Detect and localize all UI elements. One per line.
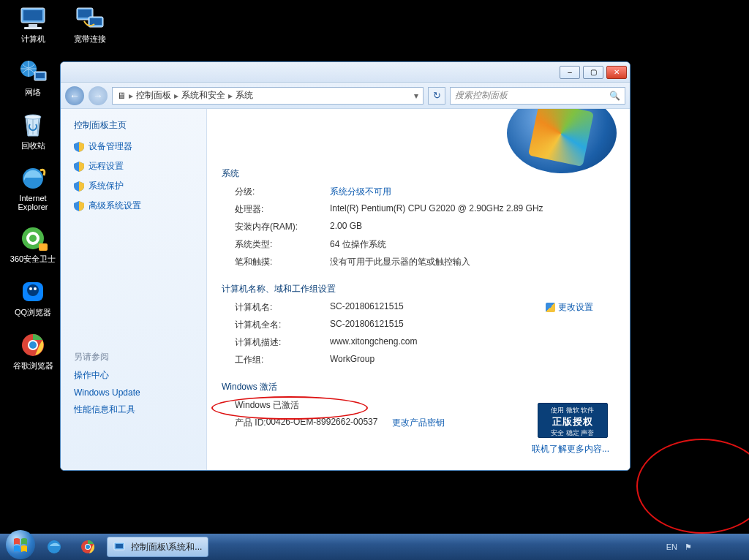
badge-line2: 正版授权 <box>538 415 607 428</box>
svg-point-11 <box>29 235 37 242</box>
sidebar-system-protection[interactable]: 系统保护 <box>74 180 193 192</box>
titlebar: – ▢ ✕ <box>61 62 630 83</box>
cname-key: 计算机名: <box>235 301 330 314</box>
desktop-icon-network[interactable]: 网络 <box>7 58 59 98</box>
cdesc-key: 计算机描述: <box>235 336 330 349</box>
content: 系统 分级:系统分级不可用 处理器:Intel(R) Pentium(R) CP… <box>207 109 630 470</box>
rating-key: 分级: <box>235 186 330 198</box>
svg-point-27 <box>86 545 90 549</box>
search-icon: 🔍 <box>609 91 620 101</box>
badge-line3: 安全 稳定 声誉 <box>538 428 607 438</box>
close-button[interactable]: ✕ <box>606 66 627 79</box>
desktop-icon-360[interactable]: 360安全卫士 <box>7 224 59 265</box>
sidebar-device-manager[interactable]: 设备管理器 <box>74 140 193 153</box>
back-button[interactable]: ← <box>65 86 84 105</box>
minimize-button[interactable]: – <box>560 66 580 79</box>
search-placeholder: 搜索控制面板 <box>455 89 508 102</box>
shield-icon <box>74 201 84 211</box>
badge-line1: 使用 微软 软件 <box>538 406 607 415</box>
breadcrumb-1[interactable]: 控制面板 <box>136 89 171 102</box>
sidebar-advanced-settings[interactable]: 高级系统设置 <box>74 200 193 212</box>
systype-value: 64 位操作系统 <box>330 238 615 251</box>
pid-key: 产品 ID: <box>235 417 266 429</box>
network-icon <box>16 58 50 86</box>
sidebar: 控制面板主页 设备管理器 远程设置 系统保护 高级系统设置 另请参阅 操作中心 … <box>61 109 207 470</box>
cpu-key: 处理器: <box>235 203 330 216</box>
sidebar-action-center[interactable]: 操作中心 <box>74 369 193 382</box>
svg-point-19 <box>29 341 37 349</box>
svg-rect-29 <box>116 544 123 548</box>
desktop-icon-dialup[interactable]: 宽带连接 <box>64 4 116 45</box>
search-input[interactable]: 搜索控制面板 🔍 <box>450 87 625 105</box>
svg-rect-1 <box>23 10 42 20</box>
label: 宽带连接 <box>74 34 106 45</box>
sidebar-windows-update[interactable]: Windows Update <box>74 387 193 398</box>
taskbar: 控制面板\系统和... EN ⚑ <box>0 534 749 560</box>
window-body: 控制面板主页 设备管理器 远程设置 系统保护 高级系统设置 另请参阅 操作中心 … <box>61 109 630 470</box>
breadcrumb-2[interactable]: 系统和安全 <box>181 89 225 102</box>
taskbar-active-title: 控制面板\系统和... <box>131 541 202 553</box>
sidebar-performance[interactable]: 性能信息和工具 <box>74 404 193 416</box>
desktop-icon-chrome[interactable]: 谷歌浏览器 <box>7 331 59 371</box>
rating-value[interactable]: 系统分级不可用 <box>330 186 615 198</box>
control-panel-icon <box>113 541 127 553</box>
desktop-icon-computer[interactable]: 计算机 <box>7 4 59 45</box>
recycle-bin-icon <box>16 111 50 139</box>
ram-key: 安装内存(RAM): <box>235 221 330 233</box>
sidebar-remote-settings[interactable]: 远程设置 <box>74 160 193 173</box>
desktop: 计算机 网络 回收站 Internet Explorer 360安全卫士 QQ浏… <box>0 0 749 560</box>
ie-icon <box>16 164 50 192</box>
chevron-down-icon[interactable]: ▾ <box>414 91 418 101</box>
label: 网络 <box>25 87 41 98</box>
pid-value: 00426-OEM-8992662-00537 <box>266 417 378 429</box>
svg-point-24 <box>48 540 61 553</box>
shield-icon <box>74 181 84 192</box>
genuine-badge[interactable]: 使用 微软 软件 正版授权 安全 稳定 声誉 <box>538 403 608 438</box>
forward-button[interactable]: → <box>89 86 108 105</box>
chrome-icon <box>80 539 96 555</box>
svg-point-14 <box>27 284 39 296</box>
tray-flag-icon[interactable]: ⚑ <box>685 542 692 552</box>
learn-more-link[interactable]: 联机了解更多内容... <box>532 443 609 455</box>
windows-logo-hero <box>507 109 617 173</box>
pen-key: 笔和触摸: <box>235 256 330 268</box>
taskbar-ie[interactable] <box>39 537 69 557</box>
svg-rect-3 <box>24 27 42 29</box>
label: 计算机 <box>21 34 45 45</box>
section-computer-name: 计算机名称、域和工作组设置 <box>222 283 615 295</box>
chrome-icon <box>16 331 50 359</box>
cpu-value: Intel(R) Pentium(R) CPU G2020 @ 2.90GHz … <box>330 203 615 216</box>
dialup-icon <box>73 4 107 32</box>
taskbar-active-window[interactable]: 控制面板\系统和... <box>107 537 208 557</box>
change-settings-link[interactable]: 更改设置 <box>546 301 593 314</box>
system-tray: EN ⚑ <box>666 542 743 552</box>
desktop-icon-ie[interactable]: Internet Explorer <box>7 164 59 211</box>
ie-icon <box>46 539 62 555</box>
cfull-key: 计算机全名: <box>235 319 330 331</box>
sidebar-home[interactable]: 控制面板主页 <box>74 119 193 132</box>
wg-value: WorkGroup <box>330 354 615 366</box>
desktop-icon-qqbrowser[interactable]: QQ浏览器 <box>7 278 59 318</box>
svg-rect-21 <box>78 10 91 18</box>
breadcrumb-3[interactable]: 系统 <box>236 89 253 102</box>
start-button[interactable] <box>6 530 35 559</box>
address-bar[interactable]: 🖥▸ 控制面板▸ 系统和安全▸ 系统 ▾ <box>112 87 424 105</box>
system-properties-window: – ▢ ✕ ← → 🖥▸ 控制面板▸ 系统和安全▸ 系统 ▾ ↻ 搜索控制面板 … <box>60 61 631 471</box>
label: QQ浏览器 <box>15 307 51 318</box>
change-product-key-link[interactable]: 更改产品密钥 <box>392 417 445 429</box>
taskbar-chrome[interactable] <box>73 537 102 557</box>
shield-icon <box>74 142 84 152</box>
maximize-button[interactable]: ▢ <box>583 66 603 79</box>
label: 回收站 <box>21 140 45 151</box>
cdesc-value: www.xitongcheng.com <box>330 336 615 349</box>
svg-rect-23 <box>90 18 102 25</box>
svg-point-15 <box>29 287 32 290</box>
annotation-circle-2 <box>636 439 749 534</box>
label: 谷歌浏览器 <box>13 360 53 371</box>
computer-icon: 🖥 <box>117 91 126 101</box>
language-indicator[interactable]: EN <box>666 542 677 551</box>
desktop-icons-col1: 计算机 网络 回收站 Internet Explorer 360安全卫士 QQ浏… <box>7 4 59 371</box>
refresh-button[interactable]: ↻ <box>428 87 445 105</box>
desktop-icon-recycle-bin[interactable]: 回收站 <box>7 111 59 151</box>
shield-icon <box>74 162 84 172</box>
